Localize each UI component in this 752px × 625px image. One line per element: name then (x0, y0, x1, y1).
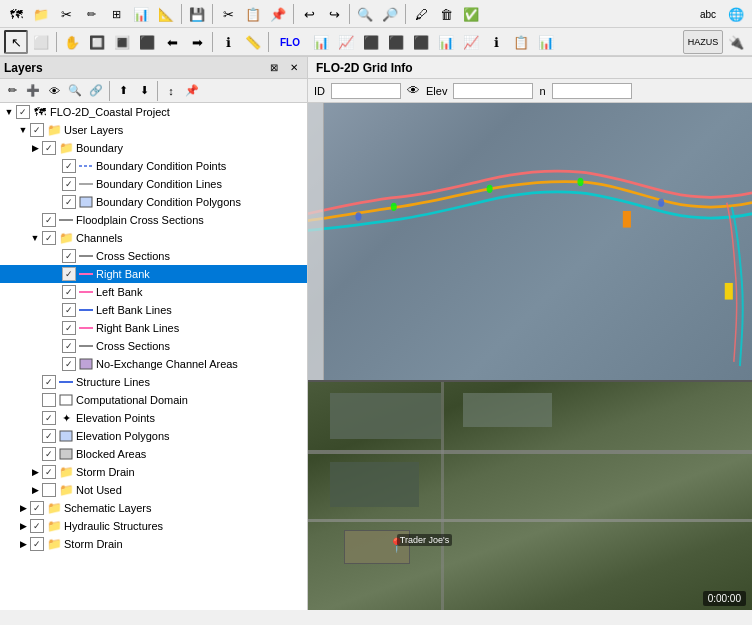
tb2-flo2d-10[interactable]: 📋 (509, 30, 533, 54)
tb2-flo2d-7[interactable]: 📊 (434, 30, 458, 54)
tb-zoomout[interactable]: 🔎 (378, 2, 402, 26)
tb2-zoom-layer[interactable]: 🔳 (110, 30, 134, 54)
floodplain-xs-checkbox[interactable] (42, 213, 56, 227)
user-layers-checkbox[interactable] (30, 123, 44, 137)
tb2-plugin[interactable]: 🔌 (724, 30, 748, 54)
tb-undo[interactable]: ↩ (297, 2, 321, 26)
tb-paste[interactable]: 📌 (266, 2, 290, 26)
tb-scissor[interactable]: ✂ (216, 2, 240, 26)
comp-domain-item[interactable]: ▶ Computational Domain (0, 391, 307, 409)
nec-checkbox[interactable] (62, 357, 76, 371)
tb-cut[interactable]: ✂ (54, 2, 78, 26)
floodplain-xs-item[interactable]: ▶ Floodplain Cross Sections (0, 211, 307, 229)
storm-drain-root-item[interactable]: ▶ 📁 Storm Drain (0, 535, 307, 553)
layers-close-btn[interactable]: ✕ (285, 59, 303, 77)
boundary-expand[interactable]: ▶ (28, 141, 42, 155)
layer-down-btn[interactable]: ⬇ (134, 81, 154, 101)
tb2-flo2d-1[interactable]: FLO (272, 30, 308, 54)
boundary-item[interactable]: ▶ 📁 Boundary (0, 139, 307, 157)
left-bank-lines-item[interactable]: ▶ Left Bank Lines (0, 301, 307, 319)
sch-checkbox[interactable] (30, 501, 44, 515)
tb2-flo2d-2[interactable]: 📊 (309, 30, 333, 54)
channels-expand[interactable]: ▼ (28, 231, 42, 245)
hs-expand[interactable]: ▶ (16, 519, 30, 533)
tb2-pan[interactable]: ✋ (60, 30, 84, 54)
user-layers-item[interactable]: ▼ 📁 User Layers (0, 121, 307, 139)
blocked-areas-item[interactable]: ▶ Blocked Areas (0, 445, 307, 463)
tb-grid[interactable]: ⊞ (104, 2, 128, 26)
no-exchange-item[interactable]: ▶ No-Exchange Channel Areas (0, 355, 307, 373)
tb-chart[interactable]: 📊 (129, 2, 153, 26)
layer-link-btn[interactable]: 🔗 (86, 81, 106, 101)
tb2-zoom-select[interactable]: ⬛ (135, 30, 159, 54)
not-used-item[interactable]: ▶ 📁 Not Used (0, 481, 307, 499)
tb2-prev-extent[interactable]: ⬅ (160, 30, 184, 54)
bc-polygons-checkbox[interactable] (62, 195, 76, 209)
tb2-select[interactable]: ↖ (4, 30, 28, 54)
ch-xs-item[interactable]: ▶ Cross Sections (0, 247, 307, 265)
bc-polygons-item[interactable]: ▶ Boundary Condition Polygons (0, 193, 307, 211)
tb-save[interactable]: 💾 (185, 2, 209, 26)
tb-copy[interactable]: 📋 (241, 2, 265, 26)
layers-minimize-btn[interactable]: ⊠ (265, 59, 283, 77)
tb-draw[interactable]: ✏ (79, 2, 103, 26)
left-bank-item[interactable]: ▶ Left Bank (0, 283, 307, 301)
id-input[interactable] (331, 83, 401, 99)
storm-drain-user-item[interactable]: ▶ 📁 Storm Drain (0, 463, 307, 481)
bc-lines-checkbox[interactable] (62, 177, 76, 191)
right-bank-item[interactable]: ▶ Right Bank (0, 265, 307, 283)
hs-checkbox[interactable] (30, 519, 44, 533)
sch-expand[interactable]: ▶ (16, 501, 30, 515)
tb-globe[interactable]: 🌐 (724, 2, 748, 26)
tb2-identify[interactable]: ℹ (216, 30, 240, 54)
tb2-box[interactable]: ⬜ (29, 30, 53, 54)
right-bank-lines-item[interactable]: ▶ Right Bank Lines (0, 319, 307, 337)
tb2-flo2d-6[interactable]: ⬛ (409, 30, 433, 54)
bc-lines-item[interactable]: ▶ Boundary Condition Lines (0, 175, 307, 193)
elev-polygons-item[interactable]: ▶ Elevation Polygons (0, 427, 307, 445)
tb-open[interactable]: 📁 (29, 2, 53, 26)
root-checkbox[interactable] (16, 105, 30, 119)
bc-points-item[interactable]: ▶ Boundary Condition Points (0, 157, 307, 175)
tb2-flo2d-9[interactable]: ℹ (484, 30, 508, 54)
tb-abc[interactable]: abc (693, 2, 723, 26)
tb-new[interactable]: 🗺 (4, 2, 28, 26)
n-input[interactable] (552, 83, 632, 99)
eye-icon[interactable]: 👁 (407, 83, 420, 98)
cd-checkbox[interactable] (42, 393, 56, 407)
tb2-flo2d-3[interactable]: 📈 (334, 30, 358, 54)
ch-xs2-checkbox[interactable] (62, 339, 76, 353)
bc-points-checkbox[interactable] (62, 159, 76, 173)
hydraulic-struct-item[interactable]: ▶ 📁 Hydraulic Structures (0, 517, 307, 535)
layer-sort-btn[interactable]: ↕ (161, 81, 181, 101)
tb2-flo2d-8[interactable]: 📈 (459, 30, 483, 54)
layer-eye-btn[interactable]: 👁 (44, 81, 64, 101)
right-bank-checkbox[interactable] (62, 267, 76, 281)
layer-filter-btn[interactable]: 🔍 (65, 81, 85, 101)
lbl-checkbox[interactable] (62, 303, 76, 317)
epoly-checkbox[interactable] (42, 429, 56, 443)
tb-edit2[interactable]: 🖊 (409, 2, 433, 26)
tb2-next-extent[interactable]: ➡ (185, 30, 209, 54)
layer-pin-btn[interactable]: 📌 (182, 81, 202, 101)
ep-checkbox[interactable] (42, 411, 56, 425)
channels-checkbox[interactable] (42, 231, 56, 245)
tb-zoomin[interactable]: 🔍 (353, 2, 377, 26)
root-expand[interactable]: ▼ (2, 105, 16, 119)
tb-check[interactable]: ✅ (459, 2, 483, 26)
nu-expand[interactable]: ▶ (28, 483, 42, 497)
sl-checkbox[interactable] (42, 375, 56, 389)
channels-item[interactable]: ▼ 📁 Channels (0, 229, 307, 247)
map-top[interactable] (308, 103, 752, 382)
layer-edit-btn[interactable]: ✏ (2, 81, 22, 101)
tb-delete[interactable]: 🗑 (434, 2, 458, 26)
sd-u-checkbox[interactable] (42, 465, 56, 479)
structure-lines-item[interactable]: ▶ Structure Lines (0, 373, 307, 391)
boundary-checkbox[interactable] (42, 141, 56, 155)
left-bank-checkbox[interactable] (62, 285, 76, 299)
tb2-hazus[interactable]: HAZUS (683, 30, 723, 54)
sd-r-checkbox[interactable] (30, 537, 44, 551)
user-layers-expand[interactable]: ▼ (16, 123, 30, 137)
tree-root[interactable]: ▼ 🗺 FLO-2D_Coastal Project (0, 103, 307, 121)
tb2-zoom-extent[interactable]: 🔲 (85, 30, 109, 54)
